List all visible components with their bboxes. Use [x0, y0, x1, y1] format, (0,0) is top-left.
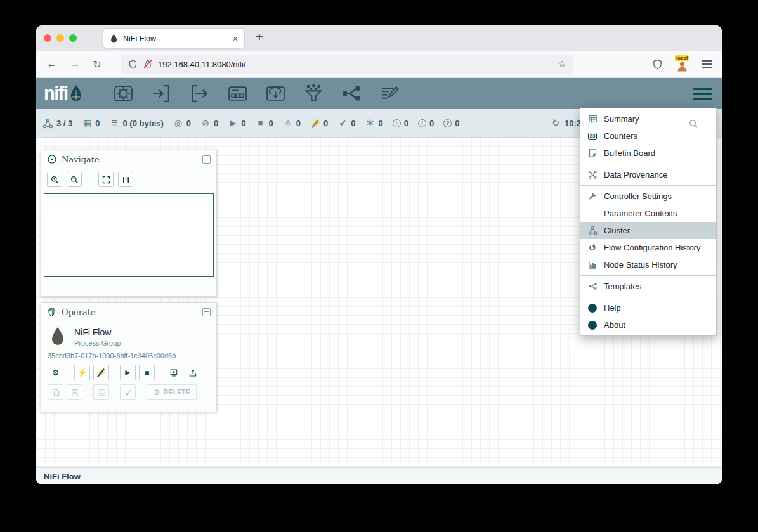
nifi-header: nifi [36, 78, 722, 109]
zoom-in-icon [50, 175, 60, 185]
status-item-threads-grid: ▦0 [82, 118, 100, 128]
profile-badge[interactable]: local [674, 56, 691, 73]
menu-item-data-provenance[interactable]: Data Provenance [580, 166, 716, 183]
url-bar[interactable]: 192.168.40.11:8080/nifi/ ☆ [121, 55, 573, 74]
menu-item-parameter-contexts[interactable]: Parameter Contexts [580, 205, 716, 222]
refresh-icon[interactable]: ↻ [551, 118, 561, 128]
zoom-fit-button[interactable] [98, 172, 114, 187]
menu-item-label: Help [604, 303, 621, 313]
reload-button[interactable]: ↻ [90, 58, 104, 70]
browser-tab[interactable]: NiFi Flow × [103, 29, 244, 48]
status-item-locally-modified: ∗0 [365, 118, 382, 128]
zoom-in-button[interactable] [47, 172, 62, 187]
template-upload-icon [188, 368, 197, 377]
back-button[interactable]: ← [45, 58, 59, 70]
play-icon: ▶ [125, 369, 130, 376]
new-tab-button[interactable]: + [256, 30, 263, 44]
status-count: 0 [241, 119, 245, 128]
fill-color-button[interactable] [120, 384, 136, 400]
label-icon [379, 83, 400, 104]
group-icon [97, 388, 106, 397]
search-icon[interactable] [688, 119, 699, 132]
copy-button[interactable] [48, 384, 63, 400]
minimize-window-button[interactable] [56, 34, 64, 42]
brush-icon [124, 388, 133, 397]
birdseye-map[interactable] [44, 193, 214, 277]
zoom-actual-button[interactable] [118, 172, 133, 187]
global-menu-button[interactable] [693, 88, 712, 100]
up-to-date-icon: ✔ [337, 118, 348, 128]
collapse-operate-button[interactable]: − [202, 308, 211, 316]
menu-item-templates[interactable]: Templates [580, 278, 716, 295]
funnel-component[interactable] [303, 82, 325, 105]
one-to-one-icon [121, 175, 131, 185]
enable-button[interactable]: ⚡ [74, 365, 90, 380]
forward-button[interactable]: → [68, 58, 82, 70]
threads-grid-icon: ▦ [82, 118, 92, 128]
template-component[interactable] [341, 82, 363, 105]
locally-modified-icon: ∗ [365, 118, 375, 128]
nifi-favicon [110, 34, 118, 44]
paste-button[interactable] [67, 384, 82, 400]
zoom-out-button[interactable] [67, 172, 82, 187]
zoom-window-button[interactable] [69, 34, 77, 42]
process-group-component[interactable] [226, 82, 249, 105]
last-refresh-time: 10:2 [565, 119, 581, 128]
browser-toolbar: ← → ↻ 192.168.40.11:8080/nifi/ ☆ local [36, 51, 722, 78]
summary-table-icon [588, 114, 598, 124]
status-item-stale: ↑0 [393, 119, 408, 128]
processor-component[interactable] [112, 82, 135, 105]
tracking-shield-icon[interactable] [128, 60, 138, 69]
nifi-logo: nifi [44, 84, 83, 103]
component-toolbar [112, 82, 402, 105]
menu-item-label: Node Status History [604, 260, 677, 269]
start-button[interactable]: ▶ [120, 365, 136, 380]
group-button[interactable] [93, 384, 109, 400]
compass-icon [47, 154, 57, 164]
collapse-navigate-button[interactable]: − [202, 155, 211, 164]
menu-item-bulletin-board[interactable]: Bulletin Board [580, 145, 716, 162]
flow-config-history-icon: ↺ [587, 243, 598, 253]
status-count: 0 [186, 119, 191, 128]
menu-item-node-status-history[interactable]: Node Status History [580, 256, 716, 273]
menu-item-help[interactable]: ?Help [580, 299, 716, 316]
processor-icon [113, 83, 134, 104]
status-count: 0 [214, 119, 218, 128]
status-count: 0 [95, 119, 100, 128]
menu-item-cluster[interactable]: Cluster [580, 222, 716, 239]
stop-icon: ■ [145, 369, 149, 377]
stop-button[interactable]: ■ [139, 365, 155, 380]
upload-template-button[interactable] [185, 365, 200, 380]
templates-icon [588, 282, 598, 291]
breadcrumb[interactable]: NiFi Flow [44, 472, 81, 481]
counters-icon: 23 [588, 133, 598, 140]
label-component[interactable] [379, 82, 402, 105]
disable-button[interactable]: ⚡ [93, 365, 109, 380]
bookmark-star-icon[interactable]: ☆ [558, 58, 566, 70]
tab-close-icon[interactable]: × [233, 34, 238, 44]
menu-item-label: About [604, 320, 625, 330]
configuration-button[interactable]: ⚙ [48, 365, 63, 380]
menu-item-controller-settings[interactable]: Controller Settings [580, 188, 716, 205]
status-count: 0 [378, 119, 382, 128]
menu-item-flow-configuration-history[interactable]: ↺Flow Configuration History [580, 239, 716, 256]
input-port-component[interactable] [150, 82, 173, 105]
window-controls [44, 34, 77, 42]
insecure-lock-icon[interactable] [143, 59, 153, 69]
refresh-area: ↻ 10:2 [551, 109, 581, 137]
menu-item-label: Parameter Contexts [604, 209, 677, 218]
close-window-button[interactable] [44, 34, 51, 42]
remote-process-group-component[interactable] [265, 82, 287, 105]
create-template-button[interactable] [166, 365, 181, 380]
menu-item-about[interactable]: iAbout [580, 316, 716, 334]
protections-shield-icon[interactable] [652, 59, 663, 70]
status-count: 0 [404, 119, 408, 128]
url-text[interactable]: 192.168.40.11:8080/nifi/ [158, 60, 553, 69]
navigate-header: Navigate − [41, 150, 216, 168]
paste-icon [70, 388, 79, 397]
queued-list-icon: ≣ [110, 118, 120, 128]
output-port-component[interactable] [188, 82, 211, 105]
status-count: 0 [323, 119, 328, 128]
delete-button[interactable]: DELETE [147, 384, 197, 400]
browser-menu-button[interactable] [702, 60, 712, 68]
